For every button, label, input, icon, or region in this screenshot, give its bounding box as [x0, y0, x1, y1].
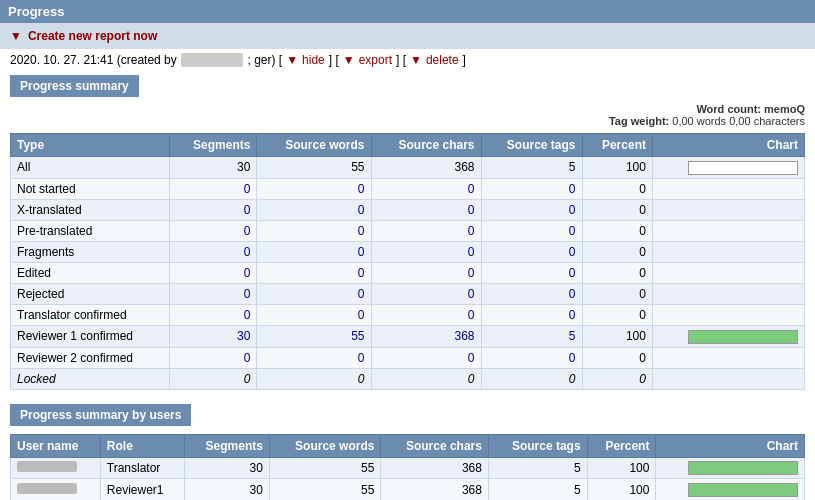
row-source-chars: 0: [371, 220, 481, 241]
row-percent: 0: [582, 199, 652, 220]
row-source-words: 0: [257, 220, 371, 241]
row-source-chars: 0: [371, 347, 481, 368]
users-section-label: Progress summary by users: [10, 404, 191, 426]
row-source-tags: 5: [481, 157, 582, 179]
row-type: All: [11, 157, 170, 179]
row-percent: 0: [582, 220, 652, 241]
report-info-bar: 2020. 10. 27. 21:41 (created by ; ger) […: [0, 49, 815, 71]
col-segments-u: Segments: [184, 434, 269, 457]
table-row: Edited00000: [11, 262, 805, 283]
report-date: 2020. 10. 27. 21:41 (created by: [10, 53, 177, 67]
user-name-cell: [11, 457, 101, 479]
row-source-tags: 0: [481, 178, 582, 199]
row-chart: [652, 178, 804, 199]
row-source-words: 55: [257, 157, 371, 179]
row-percent: 0: [582, 347, 652, 368]
row-type: Pre-translated: [11, 220, 170, 241]
row-chart: [652, 368, 804, 389]
row-source-tags: 0: [481, 220, 582, 241]
col-source-words: Source words: [257, 134, 371, 157]
row-source-chars: 368: [371, 157, 481, 179]
row-source-tags: 0: [481, 241, 582, 262]
row-type: Reviewer 2 confirmed: [11, 347, 170, 368]
row-chart: [652, 304, 804, 325]
user-percent: 100: [587, 479, 656, 500]
row-source-tags: 5: [481, 325, 582, 347]
row-segments: 0: [170, 178, 257, 199]
hide-arrow: ▼: [286, 53, 298, 67]
row-percent: 100: [582, 157, 652, 179]
table-row: Not started00000: [11, 178, 805, 199]
user-chart-bar-container: [688, 461, 798, 475]
user-name-cell: [11, 479, 101, 500]
row-type: Rejected: [11, 283, 170, 304]
user-segments: 30: [184, 457, 269, 479]
row-percent: 0: [582, 368, 652, 389]
col-source-tags-u: Source tags: [488, 434, 587, 457]
hide-link[interactable]: hide: [302, 53, 325, 67]
row-percent: 0: [582, 241, 652, 262]
row-type: X-translated: [11, 199, 170, 220]
user-percent: 100: [587, 457, 656, 479]
row-chart: [652, 262, 804, 283]
progress-summary-by-users-header: Progress summary by users: [0, 400, 815, 430]
users-table-header: User name Role Segments Source words Sou…: [11, 434, 805, 457]
user-chart: [656, 479, 805, 500]
table-row: X-translated00000: [11, 199, 805, 220]
col-chart-u: Chart: [656, 434, 805, 457]
user-source-chars: 368: [381, 457, 489, 479]
tag-weight-line: Tag weight: 0,00 words 0,00 characters: [10, 115, 805, 127]
users-table: User name Role Segments Source words Sou…: [10, 434, 805, 500]
title-bar: Progress: [0, 0, 815, 23]
col-segments: Segments: [170, 134, 257, 157]
row-source-tags: 0: [481, 262, 582, 283]
row-segments: 0: [170, 304, 257, 325]
row-segments: 0: [170, 220, 257, 241]
row-source-words: 0: [257, 178, 371, 199]
row-type: Translator confirmed: [11, 304, 170, 325]
user-source-words: 55: [269, 479, 381, 500]
row-chart: [652, 199, 804, 220]
report-lang: ; ger) [: [247, 53, 282, 67]
users-table-row: Reviewer130553685100: [11, 479, 805, 500]
table-row: Fragments00000: [11, 241, 805, 262]
title-label: Progress: [8, 4, 64, 19]
delete-link[interactable]: delete: [426, 53, 459, 67]
create-report-link[interactable]: Create new report now: [28, 29, 157, 43]
row-segments: 0: [170, 283, 257, 304]
col-source-words-u: Source words: [269, 434, 381, 457]
export-arrow: ▼: [343, 53, 355, 67]
row-segments: 0: [170, 368, 257, 389]
row-source-words: 0: [257, 241, 371, 262]
table-row: All30553685100: [11, 157, 805, 179]
row-segments: 30: [170, 157, 257, 179]
row-chart: [652, 220, 804, 241]
word-count-line: Word count: memoQ: [10, 103, 805, 115]
row-source-words: 0: [257, 262, 371, 283]
row-source-chars: 0: [371, 262, 481, 283]
row-type: Edited: [11, 262, 170, 283]
chart-bar-container: [688, 161, 798, 175]
export-link[interactable]: export: [359, 53, 392, 67]
report-arrow-icon: ▼: [10, 29, 22, 43]
row-source-words: 0: [257, 304, 371, 325]
user-blurred: [181, 53, 244, 67]
word-count-info: Word count: memoQ Tag weight: 0,00 words…: [0, 101, 815, 129]
row-type: Not started: [11, 178, 170, 199]
row-segments: 30: [170, 325, 257, 347]
row-source-chars: 0: [371, 199, 481, 220]
delete-arrow: ▼: [410, 53, 422, 67]
row-source-words: 0: [257, 283, 371, 304]
row-percent: 0: [582, 304, 652, 325]
row-source-chars: 0: [371, 241, 481, 262]
row-source-words: 55: [257, 325, 371, 347]
user-role: Reviewer1: [100, 479, 184, 500]
create-report-bar: ▼ Create new report now: [0, 23, 815, 49]
row-type: Reviewer 1 confirmed: [11, 325, 170, 347]
row-percent: 0: [582, 178, 652, 199]
user-name-blurred: [17, 483, 77, 494]
user-source-tags: 5: [488, 457, 587, 479]
table-row: Locked00000: [11, 368, 805, 389]
row-segments: 0: [170, 347, 257, 368]
col-source-tags: Source tags: [481, 134, 582, 157]
